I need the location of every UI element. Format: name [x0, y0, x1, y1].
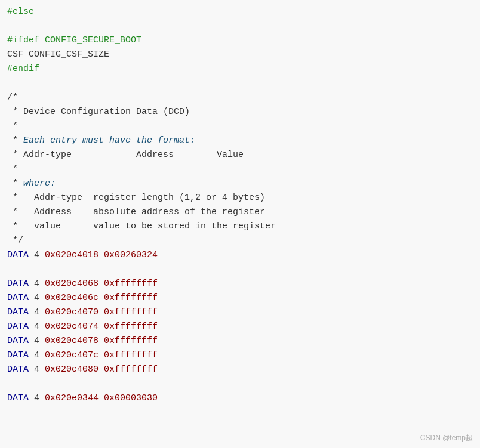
code-token: 0x020c407c: [45, 350, 99, 360]
code-token: [99, 393, 104, 403]
code-token: * Addr-type Address Value: [7, 150, 244, 160]
line-content: DATA 4 0x020c406c 0xffffffff: [0, 291, 158, 305]
line-content: DATA 4 0x020c4078 0xffffffff: [0, 334, 158, 348]
line-content: *: [0, 119, 18, 134]
line-content: DATA 4 0x020c407c 0xffffffff: [0, 348, 158, 363]
line-content: #ifdef CONFIG_SECURE_BOOT: [0, 33, 141, 48]
table-row: DATA 4 0x020c4070 0xffffffff: [0, 305, 480, 320]
code-token: DATA: [7, 307, 29, 317]
line-content: DATA 4 0x020c4068 0xffffffff: [0, 277, 158, 291]
line-content: [0, 19, 13, 33]
line-content: [0, 262, 13, 277]
code-token: 0xffffffff: [104, 307, 158, 317]
code-token: *: [7, 178, 23, 189]
line-content: * Addr-type Address Value: [0, 148, 244, 162]
code-token: CSF CONFIG_CSF_SIZE: [7, 50, 109, 60]
code-token: 4: [29, 307, 45, 317]
code-token: */: [7, 236, 23, 246]
table-row: CSF CONFIG_CSF_SIZE: [0, 48, 480, 62]
line-content: * Address absolute address of the regist…: [0, 205, 265, 220]
code-token: * Addr-type register length (1,2 or 4 by…: [7, 193, 265, 203]
watermark-label: CSDN @temp超: [420, 433, 473, 443]
line-content: * where:: [0, 177, 56, 191]
code-token: 0xffffffff: [104, 364, 158, 375]
code-token: 4: [29, 279, 45, 289]
code-token: [99, 322, 104, 332]
code-token: * value value to be stored in the regist…: [7, 221, 276, 231]
table-row: DATA 4 0x020c4080 0xffffffff: [0, 363, 480, 377]
code-token: #else: [7, 7, 34, 17]
line-content: */: [0, 234, 23, 248]
table-row: *: [0, 119, 480, 134]
line-content: DATA 4 0x020c4080 0xffffffff: [0, 363, 158, 377]
table-row: [0, 377, 480, 391]
code-token: #ifdef CONFIG_SECURE_BOOT: [7, 35, 141, 45]
table-row: * Device Configuration Data (DCD): [0, 105, 480, 119]
code-token: /*: [7, 92, 18, 103]
code-token: 4: [29, 393, 45, 403]
code-token: *: [7, 121, 18, 131]
line-content: /*: [0, 91, 18, 105]
line-content: #endif: [0, 62, 39, 76]
code-token: 4: [29, 364, 45, 375]
code-token: 0x020e0344: [45, 393, 99, 403]
table-row: DATA 4 0x020c4018 0x00260324: [0, 248, 480, 262]
table-row: DATA 4 0x020e0344 0x00003030: [0, 391, 480, 406]
code-token: 4: [29, 322, 45, 332]
table-row: [0, 76, 480, 91]
table-row: /*: [0, 91, 480, 105]
table-row: [0, 19, 480, 33]
code-token: 0x020c4078: [45, 336, 99, 346]
line-content: * Addr-type register length (1,2 or 4 by…: [0, 191, 265, 205]
code-token: [99, 293, 104, 303]
line-content: [0, 76, 13, 91]
code-token: #endif: [7, 64, 39, 74]
table-row: #endif: [0, 62, 480, 76]
table-row: * value value to be stored in the regist…: [0, 220, 480, 234]
table-row: * Each entry must have the format:: [0, 134, 480, 148]
table-row: */: [0, 234, 480, 248]
code-token: 0x020c4018: [45, 250, 99, 260]
table-row: DATA 4 0x020c4068 0xffffffff: [0, 277, 480, 291]
code-token: 4: [29, 293, 45, 303]
code-token: *: [7, 164, 18, 174]
code-token: [99, 350, 104, 360]
code-token: 0x00260324: [104, 250, 158, 260]
code-token: * Address absolute address of the regist…: [7, 207, 265, 217]
table-row: DATA 4 0x020c407c 0xffffffff: [0, 348, 480, 363]
code-token: 0xffffffff: [104, 336, 158, 346]
code-token: 0x020c4068: [45, 279, 99, 289]
code-token: [99, 336, 104, 346]
code-token: [99, 250, 104, 260]
line-content: * value value to be stored in the regist…: [0, 220, 276, 234]
code-token: DATA: [7, 250, 29, 260]
code-token: 0xffffffff: [104, 293, 158, 303]
table-row: DATA 4 0x020c4078 0xffffffff: [0, 334, 480, 348]
line-content: DATA 4 0x020c4018 0x00260324: [0, 248, 158, 262]
table-row: DATA 4 0x020c406c 0xffffffff: [0, 291, 480, 305]
table-row: * where:: [0, 177, 480, 191]
code-token: 4: [29, 250, 45, 260]
code-token: [99, 364, 104, 375]
line-content: *: [0, 162, 18, 177]
line-content: * Device Configuration Data (DCD): [0, 105, 190, 119]
code-token: [99, 279, 104, 289]
code-token: where:: [23, 178, 56, 189]
table-row: * Addr-type register length (1,2 or 4 by…: [0, 191, 480, 205]
code-token: DATA: [7, 336, 29, 346]
code-token: 0x00003030: [104, 393, 158, 403]
code-token: 0xffffffff: [104, 350, 158, 360]
code-token: DATA: [7, 293, 29, 303]
code-editor: #else #ifdef CONFIG_SECURE_BOOTCSF CONFI…: [0, 0, 480, 448]
table-row: #else: [0, 5, 480, 19]
code-token: *: [7, 135, 23, 146]
line-content: #else: [0, 5, 34, 19]
code-token: DATA: [7, 322, 29, 332]
line-content: DATA 4 0x020c4070 0xffffffff: [0, 305, 158, 320]
code-token: DATA: [7, 279, 29, 289]
table-row: #ifdef CONFIG_SECURE_BOOT: [0, 33, 480, 48]
code-token: DATA: [7, 364, 29, 375]
line-content: [0, 377, 13, 391]
code-token: 0x020c4080: [45, 364, 99, 375]
code-token: 0xffffffff: [104, 322, 158, 332]
